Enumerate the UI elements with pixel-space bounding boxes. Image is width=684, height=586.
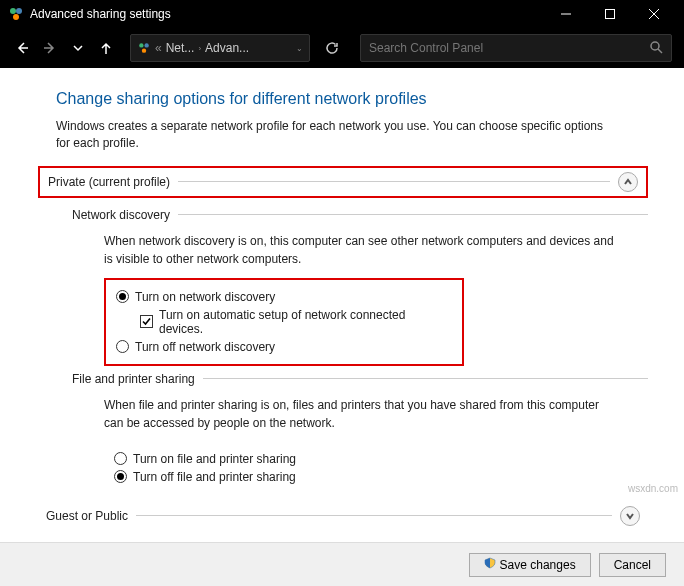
profile-label-guest: Guest or Public: [46, 509, 128, 523]
recent-dropdown[interactable]: [68, 41, 88, 55]
watermark: wsxdn.com: [628, 483, 678, 494]
maximize-button[interactable]: [588, 0, 632, 28]
address-bar[interactable]: « Net... › Advan... ⌄: [130, 34, 310, 62]
svg-point-9: [142, 48, 146, 52]
minimize-button[interactable]: [544, 0, 588, 28]
forward-button[interactable]: [40, 41, 60, 55]
divider: [178, 214, 648, 215]
up-button[interactable]: [96, 41, 116, 55]
file-sharing-header: File and printer sharing: [72, 372, 195, 386]
radio-nd-on[interactable]: Turn on network discovery: [116, 288, 452, 306]
address-dropdown-icon[interactable]: ⌄: [296, 44, 303, 53]
subsection-network-discovery: Network discovery: [72, 208, 648, 222]
file-sharing-description: When file and printer sharing is on, fil…: [104, 396, 614, 432]
footer-bar: Save changes Cancel: [0, 542, 684, 586]
collapse-icon[interactable]: [618, 172, 638, 192]
search-input[interactable]: [369, 41, 649, 55]
window-title: Advanced sharing settings: [30, 7, 544, 21]
save-label: Save changes: [500, 558, 576, 572]
svg-point-7: [139, 43, 143, 47]
radio-nd-off[interactable]: Turn off network discovery: [116, 338, 452, 356]
radio-icon: [114, 470, 127, 483]
shield-icon: [484, 557, 496, 572]
refresh-button[interactable]: [320, 41, 344, 55]
network-discovery-header: Network discovery: [72, 208, 170, 222]
page-description: Windows creates a separate network profi…: [56, 118, 616, 152]
breadcrumb-item-2[interactable]: Advan...: [205, 41, 249, 55]
radio-icon: [116, 340, 129, 353]
save-button[interactable]: Save changes: [469, 553, 591, 577]
close-button[interactable]: [632, 0, 676, 28]
page-title: Change sharing options for different net…: [56, 90, 646, 108]
svg-point-2: [13, 14, 19, 20]
file-sharing-options: Turn on file and printer sharing Turn of…: [104, 442, 648, 494]
radio-fs-off[interactable]: Turn off file and printer sharing: [114, 468, 638, 486]
breadcrumb-prefix: «: [155, 41, 162, 55]
checkbox-icon: [140, 315, 153, 328]
cancel-button[interactable]: Cancel: [599, 553, 666, 577]
checkbox-nd-auto[interactable]: Turn on automatic setup of network conne…: [140, 306, 452, 338]
network-discovery-options: Turn on network discovery Turn on automa…: [104, 278, 464, 366]
svg-point-0: [10, 8, 16, 14]
radio-fs-on[interactable]: Turn on file and printer sharing: [114, 450, 638, 468]
expand-icon[interactable]: [620, 506, 640, 526]
network-discovery-description: When network discovery is on, this compu…: [104, 232, 614, 268]
divider: [178, 181, 610, 182]
svg-point-10: [651, 42, 659, 50]
divider: [203, 378, 648, 379]
breadcrumb-separator-icon: ›: [198, 44, 201, 53]
radio-icon: [116, 290, 129, 303]
radio-label: Turn off file and printer sharing: [133, 470, 296, 484]
profile-header-guest[interactable]: Guest or Public: [38, 502, 648, 530]
content-area: Change sharing options for different net…: [0, 68, 684, 542]
cancel-label: Cancel: [614, 558, 651, 572]
radio-label: Turn on network discovery: [135, 290, 275, 304]
svg-point-1: [16, 8, 22, 14]
svg-line-11: [658, 49, 662, 53]
divider: [136, 515, 612, 516]
subsection-file-sharing: File and printer sharing: [72, 372, 648, 386]
radio-icon: [114, 452, 127, 465]
search-icon: [649, 40, 663, 57]
radio-label: Turn off network discovery: [135, 340, 275, 354]
svg-point-8: [144, 43, 148, 47]
breadcrumb-item-1[interactable]: Net...: [166, 41, 195, 55]
checkbox-label: Turn on automatic setup of network conne…: [159, 308, 452, 336]
app-icon: [8, 6, 24, 22]
search-box[interactable]: [360, 34, 672, 62]
profile-label-private: Private (current profile): [48, 175, 170, 189]
radio-label: Turn on file and printer sharing: [133, 452, 296, 466]
profile-header-private[interactable]: Private (current profile): [38, 166, 648, 198]
svg-rect-4: [606, 10, 615, 19]
title-bar: Advanced sharing settings: [0, 0, 684, 28]
back-button[interactable]: [12, 41, 32, 55]
navigation-toolbar: « Net... › Advan... ⌄: [0, 28, 684, 68]
location-icon: [137, 41, 151, 55]
